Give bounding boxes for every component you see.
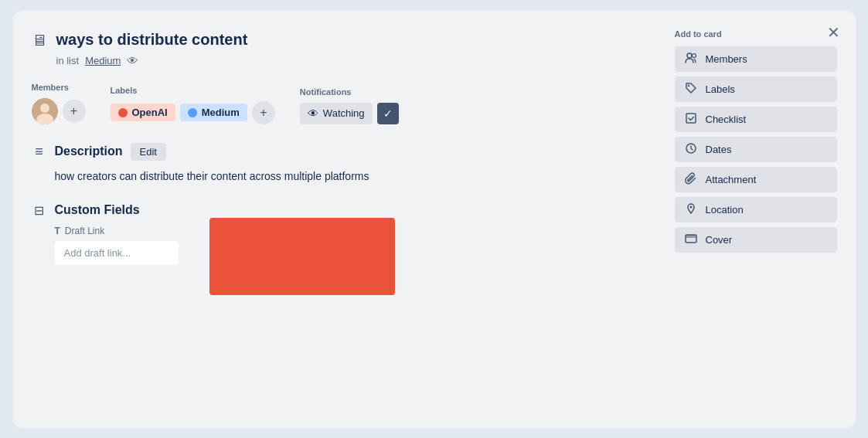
notifications-items: 👁 Watching ✓ [300,103,399,124]
label-medium-text: Medium [202,107,240,118]
checklist-sidebar-icon [684,112,698,127]
members-items: + [32,98,86,124]
sidebar-labels-button[interactable]: Labels [675,76,837,102]
members-group: Members + [32,83,86,124]
draft-link-label-text: Draft Link [65,226,104,236]
custom-fields-header: ⊟ Custom Fields [32,203,659,218]
sidebar-checklist-label: Checklist [706,114,747,125]
svg-rect-10 [686,235,696,238]
add-to-card-label: Add to card [675,29,837,39]
watching-check-button[interactable]: ✓ [377,103,399,124]
watching-button[interactable]: 👁 Watching [300,103,373,124]
labels-label: Labels [111,86,275,95]
sidebar-dates-button[interactable]: Dates [675,137,837,162]
card-type-icon: 🖥 [32,32,47,49]
card-modal: ✕ 🖥 ways to distribute content in list M… [13,11,856,428]
list-name-link[interactable]: Medium [85,55,121,66]
labels-sidebar-icon [684,82,698,97]
add-member-button[interactable]: + [63,100,86,123]
svg-rect-6 [686,114,696,123]
card-title: ways to distribute content [56,29,248,49]
description-section-header: ≡ Description Edit [32,143,659,161]
notifications-label: Notifications [300,87,399,97]
members-label: Members [32,83,86,92]
draft-link-input[interactable]: Add draft link... [55,241,179,265]
eye-watch-icon: 👁 [308,107,318,120]
description-title: Description [55,144,123,158]
svg-point-1 [40,104,49,113]
custom-fields-icon: ⊟ [32,203,47,218]
list-prefix: in list [56,55,80,66]
avatar[interactable] [32,98,58,124]
label-dot-medium [188,108,197,117]
svg-point-5 [687,84,689,86]
notifications-group: Notifications 👁 Watching ✓ [300,87,399,124]
labels-items: OpenAI Medium + [111,101,275,124]
sidebar-checklist-button[interactable]: Checklist [675,107,837,132]
sidebar-members-button[interactable]: Members [675,46,837,72]
svg-point-4 [692,53,696,57]
labels-group: Labels OpenAI Medium + [111,86,275,124]
watching-text: Watching [323,107,365,119]
sidebar-labels-label: Labels [706,83,735,95]
label-openai-text: OpenAI [132,107,168,118]
description-text: how creators can distribute their conten… [55,168,659,185]
location-sidebar-icon [684,202,698,217]
label-openai[interactable]: OpenAI [111,104,175,121]
sidebar-location-label: Location [706,204,744,216]
sidebar-dates-label: Dates [706,144,732,155]
orange-cover-block [209,218,395,295]
eye-icon[interactable]: 👁 [127,54,138,67]
add-label-button[interactable]: + [252,101,275,124]
meta-row: Members + Labels [32,83,659,124]
dates-sidebar-icon [684,142,698,157]
card-list-row: in list Medium 👁 [56,54,659,67]
svg-point-8 [689,205,692,208]
custom-fields-body: T Draft Link Add draft link... [55,226,659,318]
custom-fields-title: Custom Fields [55,203,140,217]
label-medium[interactable]: Medium [180,104,247,121]
close-button[interactable]: ✕ [824,22,843,43]
label-dot-openai [118,108,128,117]
edit-description-button[interactable]: Edit [131,143,166,161]
attachment-sidebar-icon [684,172,698,187]
card-title-row: 🖥 ways to distribute content [32,29,659,49]
sidebar: Add to card Members Labels [675,29,837,409]
custom-fields-section: ⊟ Custom Fields T Draft Link Add draft l… [32,203,659,318]
main-content: 🖥 ways to distribute content in list Med… [32,29,659,409]
svg-point-3 [687,53,692,58]
sidebar-members-label: Members [706,53,747,65]
description-icon: ≡ [32,144,47,160]
cover-sidebar-icon [684,233,698,247]
sidebar-attachment-label: Attachment [706,174,757,185]
sidebar-attachment-button[interactable]: Attachment [675,167,837,192]
sidebar-location-button[interactable]: Location [675,197,837,222]
members-sidebar-icon [684,52,698,66]
sidebar-cover-label: Cover [706,234,733,246]
text-type-icon: T [55,226,60,236]
sidebar-cover-button[interactable]: Cover [675,227,837,253]
